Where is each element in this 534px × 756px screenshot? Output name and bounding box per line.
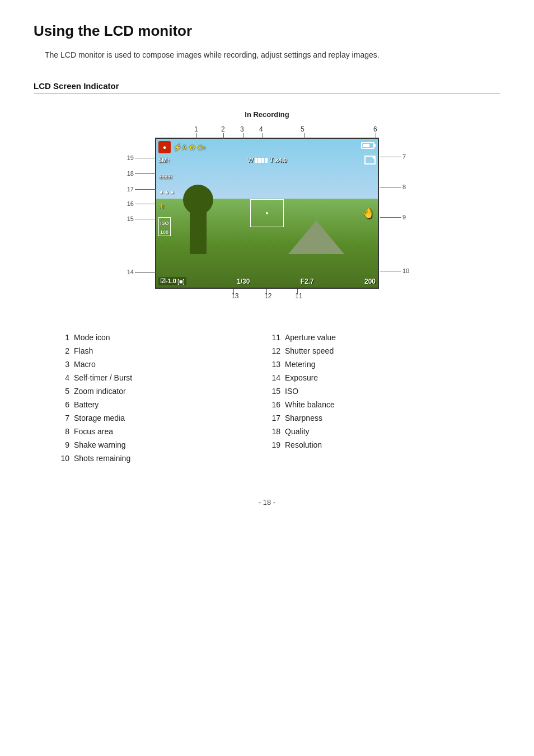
below-num-12: 12 (264, 292, 271, 300)
list-item: 17 Sharpness (267, 412, 478, 424)
list-item: 7 Storage media (56, 412, 267, 424)
left-label-19: 19 (121, 154, 156, 161)
left-label-18: 18 (121, 170, 156, 177)
list-item: 3 Macro (56, 358, 267, 370)
macro-icon: ✿ (189, 143, 195, 152)
right-label-8: 8 (380, 184, 413, 190)
resolution-display: 5M↑ (158, 157, 170, 163)
list-item: 8 Focus area (56, 425, 267, 438)
shots-display: 200 (364, 278, 376, 285)
list-item: 12 Shutter speed (267, 345, 478, 357)
list-item: 16 White balance (267, 398, 478, 411)
wb-indicator: ✳ (158, 201, 165, 210)
above-num-4: 4 (259, 125, 263, 133)
list-item: 14 Exposure (267, 372, 478, 384)
list-item: 18 Quality (267, 425, 478, 438)
list-item: 15 ISO (267, 385, 478, 397)
list-item: 10 Shots remaining (56, 452, 267, 464)
intro-text: The LCD monitor is used to compose image… (45, 49, 500, 61)
items-col-right: 11 Aperture value 12 Shutter speed 13 Me… (267, 331, 478, 464)
second-row: 5M↑ W T x4.0 (158, 156, 376, 165)
flash-icon: ⚡A (173, 143, 187, 152)
page-number: - 18 - (34, 498, 500, 506)
list-item: 11 Aperture value (267, 331, 478, 344)
sharpness-indicator: ▲▲▲ (158, 186, 175, 195)
above-num-3: 3 (240, 125, 244, 133)
above-num-5: 5 (301, 125, 305, 133)
below-num-11: 11 (295, 292, 302, 300)
items-grid: 1 Mode icon 2 Flash 3 Macro 4 Self-timer… (56, 331, 478, 464)
focus-area (250, 199, 284, 227)
battery-indicator (361, 142, 374, 149)
right-label-10: 10 (380, 267, 413, 274)
above-num-1: 1 (194, 125, 198, 133)
items-col-left: 1 Mode icon 2 Flash 3 Macro 4 Self-timer… (56, 331, 267, 464)
list-item: 6 Battery (56, 398, 267, 411)
list-item: 9 Shake warning (56, 439, 267, 451)
selftimer-icon: ◷₀ (198, 143, 206, 151)
left-label-16: 16 (121, 200, 156, 207)
list-item: 1 Mode icon (56, 331, 267, 344)
list-item: 19 Resolution (267, 439, 478, 451)
left-label-14: 14 (121, 269, 156, 275)
left-label-15: 15 (121, 215, 156, 222)
right-label-7: 7 (380, 153, 413, 160)
below-num-13: 13 (231, 292, 238, 300)
list-item: 2 Flash (56, 345, 267, 357)
shutter-display: 1/30 (237, 278, 250, 285)
list-item: 4 Self-timer / Burst (56, 372, 267, 384)
diagram-area: 1 2 3 4 5 6 ● ⚡A ✿ (34, 124, 500, 314)
left-label-17: 17 (121, 186, 156, 192)
mode-icon: ● (158, 141, 171, 153)
storage-icon (364, 156, 376, 165)
recording-label: In Recording (34, 110, 500, 119)
above-num-6: 6 (373, 125, 377, 133)
section-title: LCD Screen Indicator (34, 81, 500, 93)
aperture-display: F2.7 (301, 278, 314, 285)
camera-screen: ● ⚡A ✿ ◷₀ 5M↑ W (155, 138, 379, 289)
shake-warning: 🤚 (362, 207, 374, 219)
bottom-bar: ☑-1.0 [■] 1/30 F2.7 200 (158, 277, 376, 285)
list-item: 13 Metering (267, 358, 478, 370)
iso-indicator: ISO100 (158, 217, 171, 236)
above-num-2: 2 (221, 125, 225, 133)
list-item: 5 Zoom indicator (56, 385, 267, 397)
page-title: Using the LCD monitor (34, 22, 500, 40)
quality-indicator: ⊞⊞⊞ (158, 171, 172, 180)
right-label-9: 9 (380, 214, 413, 220)
